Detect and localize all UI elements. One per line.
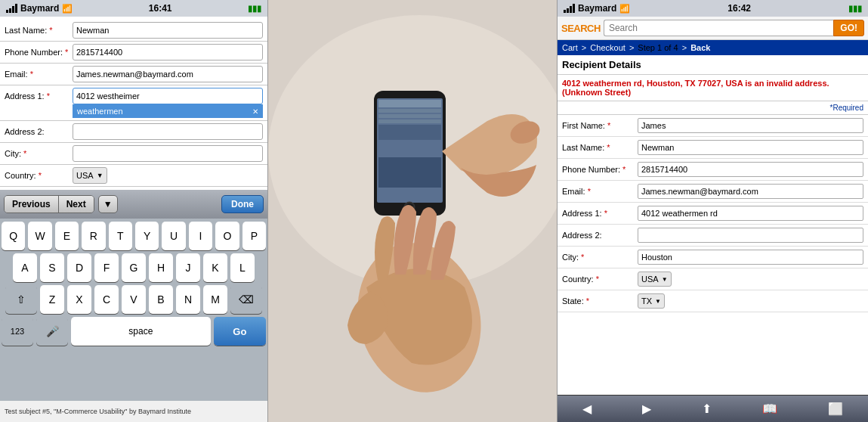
key-v[interactable]: V	[122, 285, 146, 314]
svg-rect-11	[378, 152, 441, 156]
right-label-email: Email: *	[562, 187, 638, 196]
status-left: Baymard 📶	[6, 3, 73, 14]
right-form-row-state: State: * TX ▼	[558, 290, 868, 312]
key-a[interactable]: A	[13, 253, 37, 282]
key-u[interactable]: U	[162, 222, 185, 250]
nav-forward-button[interactable]: ▶	[635, 399, 659, 419]
carrier-name: Baymard	[20, 3, 59, 14]
right-input-phone[interactable]	[638, 162, 863, 177]
key-q[interactable]: Q	[2, 222, 25, 250]
right-select-state[interactable]: TX ▼	[638, 293, 665, 309]
right-chevron-state: ▼	[655, 298, 661, 305]
right-input-lastname[interactable]	[638, 140, 863, 155]
autocomplete-dropdown: weathermen ✕	[73, 104, 263, 118]
battery-icon: ▮▮▮	[248, 4, 261, 14]
right-carrier-name: Baymard	[578, 3, 616, 14]
form-row-phone: Phone Number: *	[0, 42, 267, 64]
right-status-bar: Baymard 📶 16:42 ▮▮▮	[558, 0, 868, 17]
search-go-button[interactable]: GO!	[833, 20, 864, 36]
label-city: City: *	[5, 149, 73, 158]
breadcrumb-back[interactable]: Back	[690, 43, 710, 52]
right-time-display: 16:42	[727, 3, 751, 14]
key-h[interactable]: H	[149, 253, 173, 282]
key-e[interactable]: E	[55, 222, 79, 250]
search-input[interactable]	[604, 20, 833, 36]
key-i[interactable]: I	[189, 222, 212, 250]
key-s[interactable]: S	[40, 253, 64, 282]
key-z[interactable]: Z	[40, 285, 64, 314]
svg-rect-9	[378, 141, 441, 145]
right-input-city[interactable]	[638, 250, 863, 265]
key-w[interactable]: W	[28, 222, 51, 250]
key-shift[interactable]: ⇧	[5, 285, 37, 314]
autocomplete-suggestion[interactable]: weathermen ✕	[73, 104, 263, 118]
keyboard-toolbar: Previous Next ▼ Done	[0, 190, 267, 219]
key-r[interactable]: R	[82, 222, 105, 250]
svg-rect-6	[378, 114, 441, 118]
expand-button[interactable]: ▼	[98, 195, 118, 213]
right-label-city: City: *	[562, 253, 638, 262]
label-phone: Phone Number: *	[5, 48, 73, 57]
form-row-address1: Address 1: * weathermen ✕	[0, 85, 267, 121]
key-123[interactable]: 123	[2, 317, 33, 346]
key-m[interactable]: M	[203, 285, 227, 314]
right-form-row-email: Email: *	[558, 181, 868, 203]
key-y[interactable]: Y	[135, 222, 159, 250]
input-lastname[interactable]	[73, 22, 263, 39]
key-d[interactable]: D	[67, 253, 91, 282]
form-row-email: Email: *	[0, 64, 267, 85]
input-address2[interactable]	[73, 123, 263, 140]
key-b[interactable]: B	[149, 285, 173, 314]
breadcrumb-checkout[interactable]: Checkout	[590, 43, 625, 52]
key-mic[interactable]: 🎤	[36, 317, 68, 346]
form-row-city: City: *	[0, 143, 267, 165]
nav-bookmarks-button[interactable]: 📖	[755, 399, 785, 419]
nav-share-button[interactable]: ⬆	[694, 399, 719, 419]
right-form-row-lastname: Last Name: *	[558, 137, 868, 159]
key-space[interactable]: space	[71, 317, 211, 346]
right-input-address1[interactable]	[638, 206, 863, 221]
key-g[interactable]: G	[122, 253, 146, 282]
right-form-row-firstname: First Name: *	[558, 115, 868, 137]
right-input-firstname[interactable]	[638, 118, 863, 133]
previous-button[interactable]: Previous	[5, 196, 59, 213]
select-country[interactable]: USA ▼	[73, 167, 107, 184]
key-t[interactable]: T	[109, 222, 132, 250]
key-o[interactable]: O	[215, 222, 239, 250]
key-f[interactable]: F	[94, 253, 119, 282]
next-button[interactable]: Next	[59, 196, 94, 213]
input-city[interactable]	[73, 145, 263, 162]
right-form-row-phone: Phone Number: *	[558, 159, 868, 181]
input-address1[interactable]	[73, 88, 263, 104]
key-c[interactable]: C	[94, 285, 119, 314]
right-select-country[interactable]: USA ▼	[638, 272, 672, 287]
autocomplete-dismiss[interactable]: ✕	[252, 107, 258, 116]
key-p[interactable]: P	[242, 222, 266, 250]
nav-back-button[interactable]: ◀	[575, 399, 599, 419]
nav-tabs-button[interactable]: ⬜	[820, 399, 851, 419]
done-button[interactable]: Done	[221, 195, 264, 213]
hands-photo	[268, 0, 557, 422]
key-n[interactable]: N	[176, 285, 200, 314]
bottom-nav: ◀ ▶ ⬆ 📖 ⬜	[558, 395, 868, 422]
key-j[interactable]: J	[176, 253, 200, 282]
key-backspace[interactable]: ⌫	[230, 285, 262, 314]
input-email[interactable]	[73, 66, 263, 82]
error-message: 4012 weathermen rd, Houston, TX 77027, U…	[558, 75, 868, 101]
input-phone[interactable]	[73, 44, 263, 61]
label-country: Country: *	[5, 171, 73, 180]
key-k[interactable]: K	[203, 253, 227, 282]
right-label-lastname: Last Name: *	[562, 143, 638, 152]
breadcrumb-sep-2: >	[629, 43, 636, 52]
breadcrumb-cart[interactable]: Cart	[562, 43, 578, 52]
keyboard: Q W E R T Y U I O P A S D F G H J K L ⇧ …	[0, 219, 267, 401]
key-l[interactable]: L	[230, 253, 255, 282]
right-form-row-city: City: *	[558, 247, 868, 268]
key-x[interactable]: X	[67, 285, 91, 314]
photo-panel	[268, 0, 557, 422]
breadcrumb-sep-3: >	[682, 43, 689, 52]
right-input-email[interactable]	[638, 184, 863, 199]
right-input-address2[interactable]	[638, 228, 863, 243]
key-go[interactable]: Go	[214, 317, 266, 346]
label-lastname: Last Name: *	[5, 26, 73, 35]
